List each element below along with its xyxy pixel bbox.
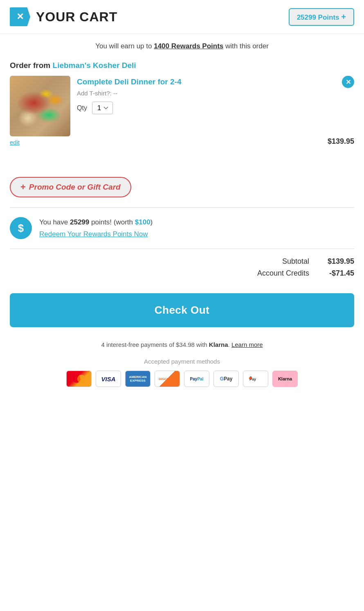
item-addon: Add T-shirt?: -- (77, 90, 354, 97)
logo-icon: ✕ (10, 7, 30, 26)
rewards-dollar-icon: $ (10, 217, 32, 239)
checkout-button[interactable]: Check Out (10, 293, 354, 327)
rewards-text-before: You will earn up to (95, 42, 154, 50)
google-pay-icon: GPay (213, 371, 239, 387)
rewards-points-number: 25299 (70, 218, 89, 226)
points-count-label: 25299 Points (297, 14, 339, 21)
svg-text:🍎: 🍎 (249, 376, 252, 380)
item-edit-link[interactable]: edit (10, 139, 70, 146)
promo-code-button[interactable]: + Promo Code or Gift Card (10, 177, 131, 197)
rewards-text-middle: points! (worth (89, 218, 135, 226)
credits-amount: -$71.45 (321, 269, 354, 278)
klarna-brand: Klarna (209, 341, 228, 348)
rewards-worth-value: $100 (135, 218, 151, 226)
addon-label: Add T-shirt?: (77, 90, 112, 97)
item-name: Complete Deli Dinner for 2-4 (77, 77, 354, 86)
remove-item-button[interactable]: ✕ (342, 76, 354, 88)
promo-section: + Promo Code or Gift Card (0, 152, 364, 207)
order-summary: Subtotal $139.95 Account Credits -$71.45 (0, 249, 364, 285)
promo-label: Promo Code or Gift Card (29, 183, 121, 192)
rewards-text-after: ) (151, 218, 153, 226)
rewards-text-before: You have (39, 218, 70, 226)
restaurant-name[interactable]: Liebman's Kosher Deli (53, 61, 136, 70)
klarna-row: 4 interest-free payments of $34.98 with … (0, 335, 364, 351)
cart-header: ✕ YOUR CART 25299 Points + (0, 0, 364, 34)
item-qty-row: Qty 1 2 3 4 5 (77, 102, 354, 114)
amex-icon: AMERICANEXPRESS (125, 371, 151, 387)
apple-pay-icon: Pay 🍎 (243, 371, 268, 387)
redeem-link[interactable]: Redeem Your Rewards Points Now (39, 229, 153, 240)
payment-label: Accepted payment methods (10, 358, 354, 365)
item-price: $139.95 (328, 137, 354, 146)
paypal-icon: PayPal (184, 371, 209, 387)
visa-icon: VISA (96, 371, 121, 387)
credits-row: Account Credits -$71.45 (10, 269, 354, 278)
rewards-text-block: You have 25299 points! (worth $100) Rede… (39, 217, 153, 240)
rewards-points-link[interactable]: 1400 Rewards Points (154, 42, 223, 50)
item-image (10, 76, 70, 136)
subtotal-row: Subtotal $139.95 (10, 257, 354, 266)
order-from-label: Order from (10, 61, 50, 70)
rewards-redemption-section: $ You have 25299 points! (worth $100) Re… (0, 208, 364, 249)
points-plus-icon: + (341, 12, 346, 21)
qty-label: Qty (77, 104, 87, 112)
klarna-text: 4 interest-free payments of $34.98 with (101, 341, 209, 348)
order-section: Order from Liebman's Kosher Deli edit Co… (0, 54, 364, 152)
promo-plus-icon: + (20, 182, 26, 192)
addon-value: -- (113, 90, 117, 97)
cart-title: YOUR CART (36, 9, 117, 25)
mastercard-icon (66, 371, 92, 387)
subtotal-amount: $139.95 (321, 257, 354, 266)
item-image-container: edit (10, 76, 70, 146)
klarna-payment-icon: Klarna (272, 371, 298, 387)
header-left: ✕ YOUR CART (10, 7, 117, 26)
rewards-banner: You will earn up to 1400 Rewards Points … (0, 34, 364, 54)
discover-icon: DISCOVER (155, 371, 180, 387)
payment-icons-row: VISA AMERICANEXPRESS DISCOVER PayPal GPa… (10, 371, 354, 387)
qty-select[interactable]: 1 2 3 4 5 (92, 102, 113, 114)
klarna-learn-more-link[interactable]: Learn more (231, 341, 263, 348)
checkout-section: Check Out (0, 285, 364, 335)
points-badge-button[interactable]: 25299 Points + (289, 8, 354, 26)
order-from: Order from Liebman's Kosher Deli (10, 61, 354, 70)
subtotal-label: Subtotal (282, 257, 309, 266)
rewards-text-after: with this order (223, 42, 269, 50)
cart-item: edit Complete Deli Dinner for 2-4 Add T-… (10, 76, 354, 146)
item-details: Complete Deli Dinner for 2-4 Add T-shirt… (77, 76, 354, 114)
credits-label: Account Credits (257, 269, 309, 278)
rewards-points-line: You have 25299 points! (worth $100) (39, 217, 153, 228)
food-photo (10, 76, 70, 136)
payment-methods-section: Accepted payment methods VISA AMERICANEX… (0, 351, 364, 399)
